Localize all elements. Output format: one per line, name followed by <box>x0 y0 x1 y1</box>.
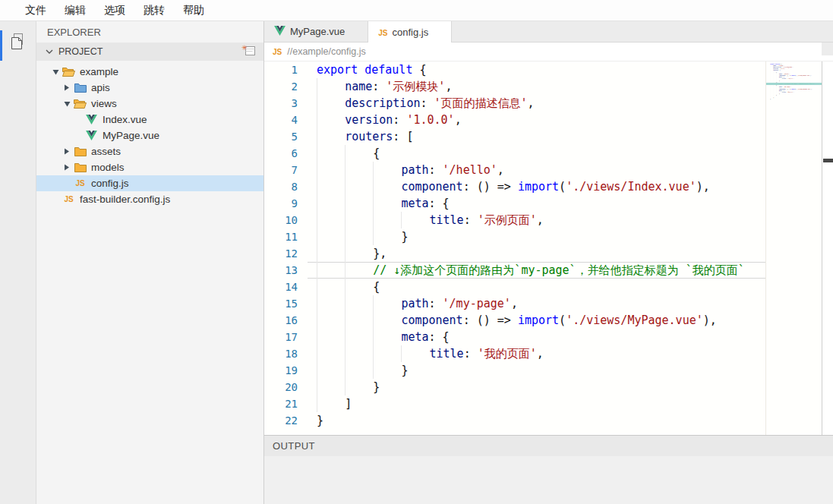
ide-window: 文件编辑选项跳转帮助 EXPLORER PROJECT <box>0 0 833 504</box>
tab-config.js[interactable]: JSconfig.js <box>368 21 452 43</box>
code-line-13[interactable]: 13 // ↓添加这个页面的路由为`my-page`，并给他指定标题为 `我的页… <box>264 262 765 279</box>
code-line-10[interactable]: 10 title: '示例页面', <box>264 212 765 228</box>
menu-item[interactable]: 选项 <box>95 4 134 17</box>
tree-item-config.js[interactable]: JSconfig.js <box>36 175 263 191</box>
chevron-expanded-icon[interactable] <box>50 69 61 75</box>
code-line-20[interactable]: 20 } <box>264 379 765 395</box>
code-line-1[interactable]: 1export default { <box>264 61 765 78</box>
code-line-text: export default { <box>308 61 765 78</box>
menu-item[interactable]: 帮助 <box>174 4 213 17</box>
js-icon: JS <box>72 179 88 187</box>
code-line-12[interactable]: 12 }, <box>264 245 765 262</box>
code-line-21[interactable]: 21 ] <box>264 395 765 412</box>
line-number: 22 <box>264 412 308 429</box>
code-line-9[interactable]: 9 meta: { <box>264 195 765 212</box>
code-line-16[interactable]: 16 component: () => import('./views/MyPa… <box>264 312 765 329</box>
folder-icon <box>72 146 88 156</box>
tree-item-index.vue[interactable]: Index.vue <box>36 112 263 128</box>
breadcrumb[interactable]: JS //example/config.js <box>264 43 833 61</box>
active-view-indicator <box>0 30 2 61</box>
code-line-3[interactable]: 3 description: '页面的描述信息', <box>264 95 765 112</box>
code-line-15[interactable]: 15 path: '/my-page', <box>264 295 765 312</box>
chevron-expanded-icon[interactable] <box>62 101 72 107</box>
new-file-icon[interactable]: ✳ <box>241 44 256 59</box>
code-line-text: title: '我的页面', <box>308 345 765 362</box>
line-number: 8 <box>264 178 308 195</box>
code-line-text: component: () => import('./views/MyPage.… <box>308 312 765 329</box>
project-section-header[interactable]: PROJECT ✳ <box>36 43 263 61</box>
code-line-2[interactable]: 2 name: '示例模块', <box>264 78 765 95</box>
explorer-sidebar: EXPLORER PROJECT ✳ exampleapisviewsIndex… <box>36 21 264 504</box>
line-number: 2 <box>264 78 308 95</box>
code-line-text: } <box>308 379 765 395</box>
tab-mypage.vue[interactable]: MyPage.vue <box>264 21 368 42</box>
tree-item-label: config.js <box>91 178 129 189</box>
chevron-collapsed-icon[interactable] <box>62 164 72 171</box>
breadcrumb-path: //example/config.js <box>287 46 366 57</box>
line-number: 6 <box>264 145 308 162</box>
line-number: 11 <box>264 228 308 245</box>
tree-item-example[interactable]: example <box>36 64 263 80</box>
code-line-4[interactable]: 4 version: '1.0.0', <box>264 112 765 128</box>
chevron-down-icon <box>46 46 53 57</box>
output-panel-body <box>264 456 833 504</box>
overview-ruler[interactable] <box>822 61 833 435</box>
folder-blue-icon <box>72 83 88 93</box>
chevron-collapsed-icon[interactable] <box>62 148 72 155</box>
code-line-18[interactable]: 18 title: '我的页面', <box>264 345 765 362</box>
line-number: 18 <box>264 345 308 362</box>
code-line-17[interactable]: 17 meta: { <box>264 329 765 345</box>
code-line-text: description: '页面的描述信息', <box>308 95 765 112</box>
code-line-text: { <box>308 145 765 162</box>
code-line-6[interactable]: 6 { <box>264 145 765 162</box>
code-line-text: routers: [ <box>308 128 765 145</box>
code-line-text: path: '/my-page', <box>308 295 765 312</box>
line-number: 12 <box>264 245 308 262</box>
menu-item[interactable]: 编辑 <box>55 4 95 17</box>
code-line-text: }, <box>308 245 765 262</box>
tree-item-fast-builder.config.js[interactable]: JSfast-builder.config.js <box>36 191 263 207</box>
vue-icon <box>274 26 286 38</box>
code-line-7[interactable]: 7 path: '/hello', <box>264 162 765 178</box>
code-line-11[interactable]: 11 } <box>264 228 765 245</box>
code-line-8[interactable]: 8 component: () => import('./views/Index… <box>264 178 765 195</box>
code-content[interactable]: 1export default {2 name: '示例模块',3 descri… <box>264 61 765 435</box>
line-number: 17 <box>264 329 308 345</box>
code-editor[interactable]: 1export default {2 name: '示例模块',3 descri… <box>264 61 833 435</box>
tree-item-models[interactable]: models <box>36 159 263 175</box>
minimap-highlight-line <box>766 83 822 85</box>
folder-open-icon <box>61 67 77 77</box>
line-number: 10 <box>264 212 308 228</box>
code-line-14[interactable]: 14 { <box>264 279 765 295</box>
code-line-text: meta: { <box>308 195 765 212</box>
line-number: 9 <box>264 195 308 212</box>
code-line-text: } <box>308 362 765 379</box>
code-line-19[interactable]: 19 } <box>264 362 765 379</box>
chevron-collapsed-icon[interactable] <box>62 84 72 91</box>
code-line-5[interactable]: 5 routers: [ <box>264 128 765 145</box>
activity-bar <box>0 21 36 504</box>
js-file-icon: JS <box>273 46 282 57</box>
code-line-text: path: '/hello', <box>308 162 765 178</box>
line-number: 7 <box>264 162 308 178</box>
code-line-22[interactable]: 22} <box>264 412 765 429</box>
output-panel-title[interactable]: OUTPUT <box>264 436 833 456</box>
minimap[interactable]: export default { name: '示例模块', descripti… <box>765 61 822 435</box>
explorer-activity-button[interactable] <box>0 21 36 55</box>
tree-item-views[interactable]: views <box>36 96 263 112</box>
folder-open-icon <box>72 99 88 109</box>
code-line-text: ] <box>308 395 765 412</box>
menu-item[interactable]: 文件 <box>16 4 55 17</box>
cursor-marker <box>823 159 833 162</box>
line-number: 16 <box>264 312 308 329</box>
tree-item-assets[interactable]: assets <box>36 143 263 159</box>
tree-item-mypage.vue[interactable]: MyPage.vue <box>36 128 263 143</box>
code-line-text: component: () => import('./views/Index.v… <box>308 178 765 195</box>
tree-item-apis[interactable]: apis <box>36 80 263 96</box>
tree-item-label: example <box>80 66 118 77</box>
code-line-text: version: '1.0.0', <box>308 112 765 128</box>
line-number: 15 <box>264 295 308 312</box>
menu-item[interactable]: 跳转 <box>134 4 174 17</box>
tree-item-label: apis <box>91 82 110 93</box>
code-line-text: { <box>308 279 765 295</box>
